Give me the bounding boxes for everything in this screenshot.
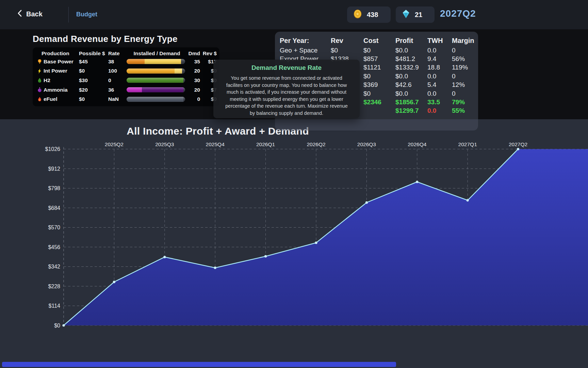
- installed-demand-bar: [127, 97, 185, 102]
- demand-table-row[interactable]: Int Power$010020$0: [35, 66, 217, 76]
- profit-cell: $0.0: [395, 73, 427, 80]
- rate-value: 38: [108, 59, 127, 65]
- x-axis-tick-label: 2027Q2: [509, 141, 527, 147]
- column-header-margin: Margin: [452, 37, 473, 45]
- possible-value: $0: [79, 96, 108, 102]
- data-point: [315, 242, 317, 244]
- y-axis-tick-label: $114: [49, 303, 61, 309]
- cost-cell: $369: [363, 81, 395, 89]
- column-header-possible: Possible $: [79, 50, 108, 57]
- income-area-fill: [64, 149, 588, 326]
- twh-cell: 0.0: [427, 73, 452, 80]
- back-label: Back: [26, 10, 43, 18]
- gem-currency-chip[interactable]: 21: [396, 6, 435, 23]
- energy-type-label: H2: [44, 77, 79, 83]
- twh-cell: 0.0: [427, 47, 452, 54]
- x-axis-tick-label: 2025Q3: [155, 141, 174, 147]
- installed-demand-bar: [127, 78, 185, 83]
- margin-cell: 56%: [452, 55, 473, 63]
- cost-cell: $0: [363, 47, 395, 54]
- demand-table-title: Demand Revenue by Energy Type: [33, 34, 178, 44]
- margin-cell: 55%: [452, 107, 473, 114]
- bar-segment: [175, 68, 182, 74]
- back-chevron-icon: [17, 10, 22, 18]
- x-axis-tick-label: 2025Q2: [105, 141, 124, 147]
- column-header-production: Production: [35, 50, 79, 57]
- flask-icon: [35, 87, 44, 92]
- y-axis-tick-label: $342: [48, 264, 60, 270]
- dmd-value: 20: [187, 87, 200, 93]
- column-header-twh: TWH: [427, 37, 452, 45]
- y-axis-tick-label: $456: [48, 244, 60, 250]
- dmd-value: 35: [187, 59, 200, 65]
- demand-table-row[interactable]: Ammonia$203620$7: [35, 85, 217, 95]
- demand-table-row[interactable]: H2$30030$0: [35, 76, 217, 85]
- coin-icon: ★: [353, 9, 363, 20]
- data-point: [467, 199, 469, 201]
- cost-cell: $0: [363, 90, 395, 97]
- twh-cell: 0.0: [427, 90, 452, 97]
- demand-table-row[interactable]: eFuel$0NaN0$0: [35, 94, 217, 104]
- profit-cell: $1856.7: [395, 98, 427, 106]
- column-header-rev: Rev: [331, 37, 363, 45]
- profit-cell: $1299.7: [395, 107, 427, 114]
- data-point: [365, 201, 368, 204]
- possible-value: $0: [79, 68, 108, 74]
- cost-cell: $857: [363, 55, 395, 63]
- data-point: [214, 266, 216, 269]
- column-header-dmd: Dmd: [187, 50, 200, 57]
- per-year-row[interactable]: Geo + Space$0$0$0.00.00: [280, 46, 473, 55]
- profit-cell: $0.0: [395, 47, 427, 54]
- per-year-header: Per Year: Rev Cost Profit TWH Margin: [280, 35, 473, 46]
- energy-type-label: Base Power: [44, 59, 79, 65]
- demand-revenue-rate-tooltip: Demand Revenue Rate You get some revenue…: [213, 60, 360, 118]
- x-axis-tick-label: 2026Q3: [357, 141, 376, 147]
- bar-segment: [127, 68, 175, 74]
- y-axis-tick-label: $684: [48, 205, 60, 211]
- demand-table-row[interactable]: Base Power$453835$17: [35, 57, 217, 66]
- data-point: [517, 148, 519, 150]
- twh-cell: 18.8: [427, 64, 452, 71]
- nav-budget[interactable]: Budget: [76, 11, 97, 18]
- svg-text:★: ★: [356, 12, 360, 16]
- margin-cell: 0: [452, 90, 473, 97]
- rate-value: 100: [108, 68, 127, 74]
- column-header-rate: Rate: [108, 50, 127, 57]
- y-axis-tick-label: $228: [48, 283, 60, 289]
- rate-value: NaN: [108, 96, 127, 102]
- y-axis-tick-label: $1026: [45, 146, 61, 152]
- profit-cell: $1332.9: [395, 64, 427, 71]
- x-axis-tick-label: 2025Q4: [206, 141, 225, 147]
- data-point: [416, 181, 418, 183]
- bar-segment: [142, 87, 183, 92]
- bolt-icon: [35, 68, 44, 74]
- coin-currency-chip[interactable]: ★ 438: [347, 6, 391, 23]
- bar-segment: [127, 78, 183, 83]
- tooltip-body: You get some revenue from connected or a…: [222, 75, 351, 117]
- y-axis-tick-label: $0: [54, 323, 60, 328]
- turn-label: 2027Q2: [440, 8, 476, 19]
- back-button[interactable]: Back: [17, 10, 43, 18]
- droplet-icon: [35, 78, 44, 83]
- cost-cell: $0: [363, 73, 395, 80]
- possible-value: $45: [79, 59, 108, 65]
- twh-cell: 9.4: [427, 55, 452, 63]
- flame-icon: [35, 97, 44, 102]
- profit-cell: $481.2: [395, 55, 427, 63]
- data-point: [163, 256, 166, 258]
- x-axis-tick-label: 2026Q4: [408, 141, 427, 147]
- possible-value: $20: [79, 87, 108, 93]
- installed-demand-bar: [127, 87, 185, 92]
- energy-type-label: Ammonia: [44, 87, 79, 93]
- data-point: [264, 255, 267, 258]
- margin-cell: 0: [452, 47, 473, 54]
- rate-value: 36: [108, 87, 127, 93]
- cost-cell: $1121: [363, 64, 395, 71]
- column-header-profit: Profit: [395, 37, 427, 45]
- installed-demand-bar: [127, 59, 185, 64]
- gem-count: 21: [415, 11, 422, 19]
- bar-segment: [127, 97, 183, 102]
- x-axis-tick-label: 2026Q2: [307, 141, 325, 147]
- bar-segment: [127, 59, 145, 64]
- cost-cell: $2346: [363, 98, 395, 106]
